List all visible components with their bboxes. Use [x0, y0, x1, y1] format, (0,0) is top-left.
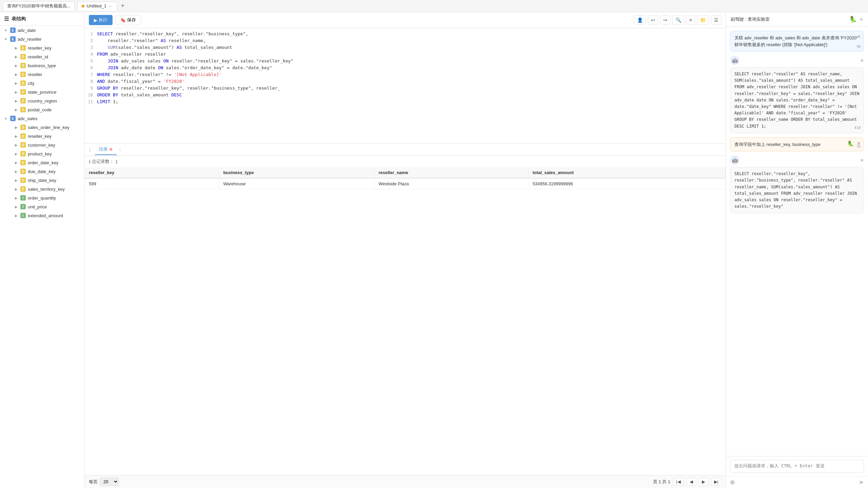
- page-first-button[interactable]: |◀: [673, 478, 684, 486]
- results-tab-close-icon[interactable]: ⊗: [109, 147, 113, 152]
- sidebar-item-unit-price[interactable]: ▶ I unit_price: [0, 202, 84, 211]
- sidebar-item-label: adv_sales: [18, 116, 38, 121]
- message-count: 96: [857, 44, 861, 50]
- sidebar-item-sales-territory-key[interactable]: ▶ D sales_territory_key: [0, 185, 84, 193]
- results-table-wrap[interactable]: reseller_key business_type reseller_name…: [85, 167, 726, 475]
- run-button[interactable]: ▶ 执行: [89, 15, 113, 25]
- cell-reseller-key: 599: [85, 178, 219, 189]
- sql-editor[interactable]: 1 SELECT reseller."reseller_key", resell…: [85, 28, 726, 144]
- page-next-button[interactable]: ▶: [699, 478, 708, 486]
- ai-toolbar-bottom: ⚙ ➤: [726, 476, 868, 488]
- avatar-button[interactable]: 👤: [634, 15, 646, 25]
- page-prev-button[interactable]: ◀: [687, 478, 696, 486]
- sidebar-item-product-key[interactable]: ▶ D product_key: [0, 149, 84, 158]
- badge-d: D: [20, 160, 26, 165]
- sidebar-item-reseller-key2[interactable]: ▶ D reseller_key: [0, 132, 84, 140]
- tab-overflow[interactable]: 查询FY2020财年中销售额最高...: [3, 1, 75, 11]
- redo-button[interactable]: ↪: [660, 15, 670, 25]
- sidebar-item-extended-amount[interactable]: ▶ I extended_amount: [0, 211, 84, 220]
- table-row: 599 Warehouse Westside Plaza 534956.3199…: [85, 178, 726, 189]
- results-table: reseller_key business_type reseller_name…: [85, 167, 726, 189]
- ai-settings-button[interactable]: ⚙: [730, 479, 735, 486]
- sidebar-item-label: reseller_key: [28, 45, 52, 51]
- results-menu-icon[interactable]: ⋮: [87, 147, 92, 152]
- sidebar-item-reseller-id[interactable]: ▶ D reseller_id: [0, 52, 84, 61]
- toolbar-left: ▶ 执行 🔖 保存: [89, 15, 141, 25]
- badge-d: D: [20, 142, 26, 148]
- sidebar-item-postal-code[interactable]: ▶ D postal_code: [0, 105, 84, 114]
- chevron-right-icon: ▶: [15, 170, 18, 173]
- sidebar-item-label: state_province: [28, 90, 57, 95]
- chevron-right-icon: ▶: [15, 196, 18, 200]
- format-button[interactable]: ≡: [686, 15, 695, 25]
- close-panel-icon[interactable]: ✕: [860, 17, 863, 22]
- sidebar-item-customer-key[interactable]: ▶ D customer_key: [0, 140, 84, 149]
- sidebar-item-label: reseller_key: [28, 134, 52, 139]
- sidebar-item-country-region[interactable]: ▶ D country_region: [0, 96, 84, 105]
- menu-icon[interactable]: ☰: [4, 16, 9, 22]
- total-records-value: 1: [115, 159, 118, 164]
- badge-d: D: [20, 63, 26, 68]
- sidebar-item-city[interactable]: ▶ D city: [0, 79, 84, 88]
- badge-d: D: [20, 98, 26, 104]
- sidebar-item-label: country_region: [28, 98, 57, 104]
- sql-line-11: 11 LIMIT 1;: [85, 99, 726, 106]
- chevron-right-icon: ▶: [15, 205, 18, 209]
- tab-active-label: Untitled_1: [86, 3, 106, 8]
- badge-d: D: [20, 186, 26, 192]
- sidebar-item-due-date-key[interactable]: ▶ D due_date_key: [0, 167, 84, 176]
- sidebar-item-label: sales_territory_key: [28, 187, 65, 192]
- per-page-select[interactable]: 20 50 100: [100, 477, 119, 486]
- undo-button[interactable]: ↩: [648, 15, 658, 25]
- search-button[interactable]: 🔍: [672, 15, 684, 25]
- sidebar-item-ship-date-key[interactable]: ▶ D ship_date_key: [0, 176, 84, 185]
- chevron-right-icon: ▶: [15, 108, 18, 112]
- chevron-right-icon: ▶: [15, 73, 18, 76]
- chevron-right-icon: ▶: [15, 187, 18, 191]
- chevron-right-icon: ▶: [15, 126, 18, 129]
- sidebar-item-business-type[interactable]: ▶ D business_type: [0, 61, 84, 70]
- sidebar-item-state-province[interactable]: ▶ D state_province: [0, 88, 84, 96]
- sidebar-item-label: city: [28, 81, 35, 86]
- tab-options-icon[interactable]: ···: [108, 3, 113, 9]
- sidebar-item-sales-order-line-key[interactable]: ▶ D sales_order_line_key: [0, 123, 84, 132]
- results-tab[interactable]: 结果 ⊗: [95, 144, 117, 155]
- close-icon[interactable]: ✕: [860, 58, 864, 63]
- badge-i: I: [20, 204, 26, 209]
- chevron-right-icon: ▶: [15, 179, 18, 182]
- page-nav: 页 1 共 1 |◀ ◀ ▶ ▶|: [653, 478, 722, 486]
- tab-dot-icon: [82, 5, 84, 7]
- col-business-type: business_type: [219, 167, 374, 178]
- save-button[interactable]: 🔖 保存: [115, 15, 141, 25]
- ai-input-field[interactable]: [730, 460, 864, 473]
- sidebar-item-adv-sales-parent[interactable]: ▼ E adv_sales: [0, 114, 84, 123]
- sidebar-item-reseller-key[interactable]: ▶ D reseller_key: [0, 43, 84, 52]
- message-count: 410: [854, 125, 861, 131]
- close-icon[interactable]: ✕: [857, 33, 861, 40]
- cell-business-type: Warehouse: [219, 178, 374, 189]
- sidebar-item-label: ship_date_key: [28, 178, 56, 183]
- content-area: ▶ 执行 🔖 保存 👤 ↩ ↪ 🔍 ≡ 📁 ☰: [85, 12, 726, 488]
- sidebar-item-order-date-key[interactable]: ▶ D order_date_key: [0, 158, 84, 167]
- close-icon[interactable]: ✕: [860, 158, 864, 163]
- bot-body: SELECT reseller."reseller" AS reseller_n…: [730, 67, 864, 133]
- per-page-label: 每页: [89, 479, 98, 485]
- tab-add-button[interactable]: +: [120, 2, 126, 10]
- folder-button[interactable]: 📁: [697, 15, 709, 25]
- badge-d: D: [20, 107, 26, 112]
- tab-active[interactable]: Untitled_1 ···: [77, 2, 117, 11]
- save-label: 保存: [127, 17, 136, 23]
- sidebar-item-adv-reseller-parent[interactable]: ▼ E adv_reseller: [0, 35, 84, 43]
- bird-icon: 🦜: [847, 140, 854, 148]
- page-last-button[interactable]: ▶|: [711, 478, 722, 486]
- user-message-2: ✕ 查询字段中加上 reseller_key, business_type 🦜 …: [730, 137, 864, 152]
- ai-title: 副驾驶 : 查询实验室: [731, 16, 770, 22]
- more-button[interactable]: ☰: [711, 15, 722, 25]
- run-icon: ▶: [94, 18, 97, 23]
- ai-send-button[interactable]: ➤: [859, 478, 864, 486]
- sidebar-item-order-quantity[interactable]: ▶ I order_quantity: [0, 193, 84, 202]
- sidebar-item-reseller[interactable]: ▶ D reseller: [0, 70, 84, 79]
- sidebar-item-adv-date[interactable]: ▼ E adv_date: [0, 26, 84, 35]
- ai-header-icons: 🦜 ✕: [849, 16, 863, 23]
- chevron-right-icon: ▶: [15, 55, 18, 59]
